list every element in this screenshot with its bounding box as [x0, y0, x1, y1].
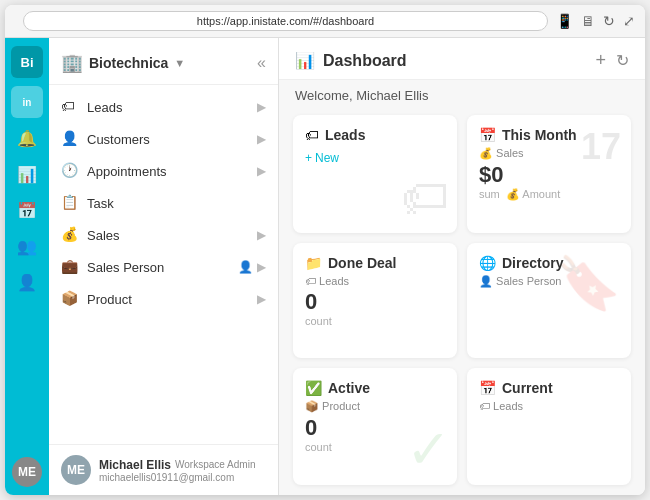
directory-card[interactable]: 🌐 Directory 👤 Sales Person 🔖 [467, 243, 631, 359]
nav-item-sales-person[interactable]: 💼 Sales Person 👤 ▶ [49, 251, 278, 283]
main-header-left: 📊 Dashboard [295, 51, 407, 70]
leads-new-label: New [315, 151, 339, 165]
main-title: Dashboard [323, 52, 407, 70]
welcome-text: Welcome, Michael Ellis [279, 80, 645, 111]
nav-item-product-label: Product [87, 292, 257, 307]
nav-user-name: Michael Ellis [99, 458, 171, 472]
sidebar-icon-chart[interactable]: 📊 [11, 158, 43, 190]
current-title: Current [502, 380, 553, 396]
active-bg-check: ✓ [406, 418, 451, 481]
this-month-title: This Month [502, 127, 577, 143]
leads-card-title-row: 🏷 Leads [305, 127, 445, 143]
nav-user-email: michaelellis01911@gmail.com [99, 472, 266, 483]
browser-shell: https://app.inistate.com/#/dashboard 📱 🖥… [5, 5, 645, 495]
app-logo-text: Bi [21, 55, 34, 70]
directory-icon: 🌐 [479, 255, 496, 271]
active-title: Active [328, 380, 370, 396]
nav-item-leads-label: Leads [87, 100, 257, 115]
leads-card[interactable]: 🏷 Leads + New 🏷 [293, 115, 457, 233]
nav-item-product[interactable]: 📦 Product ▶ [49, 283, 278, 315]
appointments-nav-icon: 🕐 [61, 162, 79, 180]
nav-item-appointments-label: Appointments [87, 164, 257, 179]
app-logo[interactable]: Bi [11, 46, 43, 78]
workspace-name: Biotechnica [89, 55, 168, 71]
done-deal-card[interactable]: 📁 Done Deal 🏷 Leads 0 count [293, 243, 457, 359]
nav-footer: ME Michael Ellis Workspace Admin michael… [49, 444, 278, 495]
customers-nav-icon: 👤 [61, 130, 79, 148]
current-subtitle: 🏷 Leads [479, 400, 619, 412]
nav-item-sales[interactable]: 💰 Sales ▶ [49, 219, 278, 251]
task-nav-icon: 📋 [61, 194, 79, 212]
workspace-selector[interactable]: 🏢 Biotechnica ▼ [61, 52, 185, 74]
done-deal-subtitle: 🏷 Leads [305, 275, 445, 287]
directory-title: Directory [502, 255, 563, 271]
dashboard-title-icon: 📊 [295, 51, 315, 70]
active-subtitle: 📦 Product [305, 400, 445, 413]
leads-card-title: Leads [325, 127, 365, 143]
product-nav-icon: 📦 [61, 290, 79, 308]
nav-item-task-label: Task [87, 196, 266, 211]
nav-header: 🏢 Biotechnica ▼ « [49, 38, 278, 85]
leads-new-plus: + [305, 151, 312, 165]
done-deal-value: 0 [305, 289, 445, 315]
sidebar-icon-linkedin[interactable]: in [11, 86, 43, 118]
active-title-row: ✅ Active [305, 380, 445, 396]
browser-refresh-icon[interactable]: ↻ [603, 13, 615, 29]
sidebar-icon-calendar[interactable]: 📅 [11, 194, 43, 226]
leads-arrow-icon: ▶ [257, 100, 266, 114]
done-deal-icon: 📁 [305, 255, 322, 271]
done-deal-title: Done Deal [328, 255, 396, 271]
done-deal-title-row: 📁 Done Deal [305, 255, 445, 271]
appointments-arrow-icon: ▶ [257, 164, 266, 178]
directory-bg-bookmark: 🔖 [556, 253, 621, 314]
add-dashboard-button[interactable]: + [595, 50, 606, 71]
leads-card-bg: 🏷 [401, 170, 449, 225]
nav-item-sales-person-label: Sales Person [87, 260, 238, 275]
nav-item-customers-label: Customers [87, 132, 257, 147]
browser-url-bar[interactable]: https://app.inistate.com/#/dashboard [23, 11, 548, 31]
sales-person-nav-icon: 💼 [61, 258, 79, 276]
customers-arrow-icon: ▶ [257, 132, 266, 146]
sidebar-icon-bell[interactable]: 🔔 [11, 122, 43, 154]
sidebar-icon-person-add[interactable]: 👤 [11, 266, 43, 298]
sales-arrow-icon: ▶ [257, 228, 266, 242]
sales-person-arrow-icon: ▶ [257, 260, 266, 274]
this-month-label: sum 💰 Amount [479, 188, 619, 201]
expand-icon[interactable]: ⤢ [623, 13, 635, 29]
dashboard-grid: 🏷 Leads + New 🏷 📅 This Month 💰 Sa [279, 111, 645, 495]
nav-sidebar: 🏢 Biotechnica ▼ « 🏷 Leads ▶ 👤 Customers … [49, 38, 279, 495]
sales-nav-icon: 💰 [61, 226, 79, 244]
browser-toolbar: https://app.inistate.com/#/dashboard 📱 🖥… [5, 5, 645, 38]
user-avatar-nav: ME [61, 455, 91, 485]
this-month-icon: 📅 [479, 127, 496, 143]
active-card[interactable]: ✅ Active 📦 Product 0 count ✓ [293, 368, 457, 485]
current-card[interactable]: 📅 Current 🏷 Leads [467, 368, 631, 485]
main-content: 📊 Dashboard + ↻ Welcome, Michael Ellis 🏷… [279, 38, 645, 495]
nav-user-role: Workspace Admin [175, 459, 255, 470]
nav-item-leads[interactable]: 🏷 Leads ▶ [49, 91, 278, 123]
refresh-dashboard-button[interactable]: ↻ [616, 51, 629, 70]
product-arrow-icon: ▶ [257, 292, 266, 306]
done-deal-label: count [305, 315, 445, 327]
nav-user-info: Michael Ellis Workspace Admin michaelell… [99, 458, 266, 483]
leads-nav-icon: 🏷 [61, 98, 79, 116]
active-icon: ✅ [305, 380, 322, 396]
sidebar-icon-people[interactable]: 👥 [11, 230, 43, 262]
user-avatar-sidebar[interactable]: ME [12, 457, 42, 487]
nav-item-sales-label: Sales [87, 228, 257, 243]
nav-items: 🏷 Leads ▶ 👤 Customers ▶ 🕐 Appointments ▶… [49, 85, 278, 444]
nav-collapse-button[interactable]: « [257, 54, 266, 72]
nav-item-appointments[interactable]: 🕐 Appointments ▶ [49, 155, 278, 187]
nav-item-customers[interactable]: 👤 Customers ▶ [49, 123, 278, 155]
icon-sidebar: Bi in 🔔 📊 📅 👥 👤 ME [5, 38, 49, 495]
this-month-card[interactable]: 📅 This Month 💰 Sales $0 sum 💰 Amount 17 [467, 115, 631, 233]
current-icon: 📅 [479, 380, 496, 396]
monitor-icon[interactable]: 🖥 [581, 13, 595, 29]
main-header-actions: + ↻ [595, 50, 629, 71]
this-month-bg-number: 17 [581, 129, 621, 165]
leads-new-button[interactable]: + New [305, 151, 445, 165]
nav-item-task[interactable]: 📋 Task [49, 187, 278, 219]
mobile-icon[interactable]: 📱 [556, 13, 573, 29]
current-title-row: 📅 Current [479, 380, 619, 396]
main-header: 📊 Dashboard + ↻ [279, 38, 645, 80]
